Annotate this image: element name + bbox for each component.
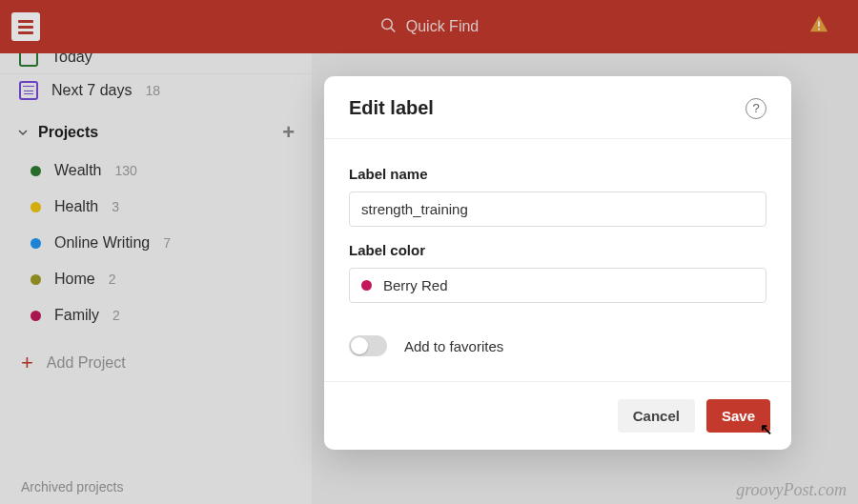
modal-title: Edit label <box>349 97 434 119</box>
cancel-button[interactable]: Cancel <box>618 399 695 433</box>
color-swatch-icon <box>361 280 372 291</box>
save-button-label: Save <box>722 408 755 424</box>
modal-footer: Cancel Save ↖ <box>324 381 791 450</box>
cursor-icon: ↖ <box>760 420 772 438</box>
watermark: groovyPost.com <box>736 480 847 500</box>
favorites-label: Add to favorites <box>404 338 503 354</box>
save-button[interactable]: Save ↖ <box>706 399 770 433</box>
modal-overlay[interactable]: Edit label ? Label name Label color Berr… <box>0 0 858 504</box>
label-color-heading: Label color <box>349 242 766 258</box>
modal-body: Label name Label color Berry Red Add to … <box>324 139 791 381</box>
favorites-toggle[interactable] <box>349 335 387 356</box>
label-name-heading: Label name <box>349 166 766 182</box>
modal-header: Edit label ? <box>324 76 791 139</box>
favorites-row: Add to favorites <box>349 322 766 373</box>
label-color-value: Berry Red <box>383 277 448 293</box>
label-color-select[interactable]: Berry Red <box>349 268 766 303</box>
label-name-input[interactable] <box>349 192 766 227</box>
toggle-knob <box>351 337 368 354</box>
edit-label-modal: Edit label ? Label name Label color Berr… <box>324 76 791 450</box>
help-icon[interactable]: ? <box>746 98 766 119</box>
